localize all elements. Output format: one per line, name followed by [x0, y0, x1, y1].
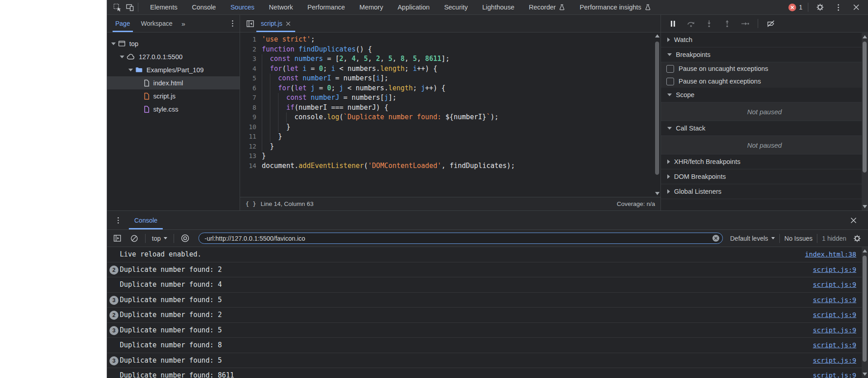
code-line[interactable]: 7 const numberJ = numbers[j]; [240, 93, 660, 103]
tree-item-127-0-0-1-5500[interactable]: 127.0.0.1:5500 [107, 50, 240, 63]
code-line[interactable]: 11 } [240, 132, 660, 142]
tree-item-examples-part-109[interactable]: Examples/Part_109 [107, 63, 240, 76]
code-line[interactable]: 12 } [240, 142, 660, 152]
line-number: 11 [240, 132, 262, 142]
source-location-link[interactable]: script.js:9 [813, 357, 856, 364]
create-live-expression-icon[interactable] [179, 233, 191, 244]
close-drawer-icon[interactable] [847, 215, 860, 226]
tab-network[interactable]: Network [262, 0, 300, 14]
code-editor[interactable]: 1'use strict';2function findDuplicates()… [240, 33, 660, 197]
tab-elements[interactable]: Elements [143, 0, 184, 14]
checkbox-pause-on-uncaught-exceptions[interactable]: Pause on uncaught exceptions [661, 62, 868, 75]
pause-script-icon[interactable] [667, 18, 678, 29]
navigator-more-options-icon[interactable] [226, 18, 239, 29]
frame-icon [118, 40, 126, 47]
tab-security[interactable]: Security [437, 0, 475, 14]
hidden-messages-counter[interactable]: 1 hidden [822, 235, 846, 242]
inspect-element-icon[interactable] [111, 1, 123, 13]
source-location-link[interactable]: index.html:38 [805, 251, 857, 258]
source-location-link[interactable]: script.js:9 [813, 327, 856, 334]
checkbox[interactable] [666, 78, 674, 85]
navigator-tab-page[interactable]: Page [110, 15, 136, 32]
close-devtools-icon[interactable] [850, 1, 863, 13]
line-number: 10 [240, 122, 262, 132]
step-into-icon[interactable] [703, 18, 714, 29]
source-location-link[interactable]: script.js:9 [813, 341, 856, 349]
code-line[interactable]: 2function findDuplicates() { [240, 45, 660, 55]
settings-gear-icon[interactable] [814, 1, 826, 13]
code-line[interactable]: 5 const numberI = numbers[i]; [240, 74, 660, 84]
section-label: DOM Breakpoints [674, 173, 726, 180]
tab-memory[interactable]: Memory [352, 0, 390, 14]
section-global-listeners[interactable]: Global Listeners [661, 184, 868, 199]
section-breakpoints[interactable]: Breakpoints [661, 47, 868, 62]
section-watch[interactable]: Watch [661, 33, 868, 47]
source-location-link[interactable]: script.js:9 [813, 296, 856, 303]
source-location-link[interactable]: script.js:9 [813, 266, 856, 273]
section-xhr-fetch-breakpoints[interactable]: XHR/fetch Breakpoints [661, 154, 868, 169]
close-tab-icon[interactable] [286, 21, 291, 26]
expander-icon[interactable] [111, 42, 116, 45]
expander-icon[interactable] [128, 69, 133, 71]
debugger-scrollbar[interactable] [862, 33, 868, 210]
javascript-context-selector[interactable]: top [150, 235, 169, 242]
show-console-sidebar-icon[interactable] [111, 233, 123, 244]
code-line[interactable]: 9 console.log(`Duplicate number found: $… [240, 112, 660, 122]
pretty-print-icon[interactable]: { } [245, 201, 256, 207]
tree-item-index-html[interactable]: index.html [107, 76, 240, 89]
checkbox-pause-on-caught-exceptions[interactable]: Pause on caught exceptions [661, 75, 868, 88]
navigator-tab-workspace[interactable]: Workspace [136, 15, 178, 32]
code-line[interactable]: 6 for(let j = 0; j < numbers.length; j++… [240, 84, 660, 93]
editor-scrollbar[interactable] [654, 33, 660, 197]
issues-counter[interactable]: No Issues [784, 235, 812, 242]
source-location-link[interactable]: script.js:9 [813, 311, 856, 318]
tab-console[interactable]: Console [184, 0, 223, 14]
tab-recorder[interactable]: Recorder [522, 0, 573, 14]
tab-performance[interactable]: Performance [300, 0, 352, 14]
clear-console-icon[interactable] [128, 233, 141, 244]
collapse-sidebar-icon[interactable] [244, 18, 256, 29]
line-number: 12 [240, 142, 262, 152]
section-scope[interactable]: Scope [661, 88, 868, 103]
tab-performance-insights[interactable]: Performance insights [572, 0, 658, 14]
editor-tab-scriptjs[interactable]: script.js [256, 15, 295, 32]
tab-application[interactable]: Application [390, 0, 437, 14]
source-location-link[interactable]: script.js:9 [813, 281, 856, 288]
code-line[interactable]: 3 const numbers = [2, 4, 5, 2, 5, 8, 5, … [240, 54, 660, 64]
code-line[interactable]: 10 } [240, 122, 660, 132]
tree-item-top[interactable]: top [107, 37, 240, 50]
step-out-icon[interactable] [722, 18, 732, 29]
code-line[interactable]: 13} [240, 151, 660, 161]
clear-filter-icon[interactable] [712, 234, 720, 242]
tab-label: Lighthouse [482, 4, 514, 11]
code-line[interactable]: 14document.addEventListener('DOMContentL… [240, 161, 660, 171]
code-line[interactable]: 4 for(let i = 0; i < numbers.length; i++… [240, 64, 660, 74]
code-line[interactable]: 1'use strict'; [240, 35, 660, 45]
code-text: if(numberI === numberJ) { [262, 103, 388, 113]
checkbox[interactable] [666, 65, 674, 73]
console-settings-gear-icon[interactable] [851, 233, 863, 244]
more-options-icon[interactable] [832, 1, 844, 13]
tree-item-style-css[interactable]: style.css [107, 103, 240, 116]
tab-lighthouse[interactable]: Lighthouse [475, 0, 522, 14]
device-toolbar-icon[interactable] [123, 1, 136, 13]
console-message-text: Duplicate number found: 5 [120, 296, 222, 304]
tree-item-script-js[interactable]: script.js [107, 89, 240, 103]
step-icon[interactable] [740, 18, 750, 29]
expander-icon[interactable] [119, 56, 125, 58]
source-location-link[interactable]: script.js:9 [813, 372, 856, 378]
console-messages[interactable]: Live reload enabled.index.html:382Duplic… [107, 247, 868, 378]
tab-sources[interactable]: Sources [223, 0, 262, 14]
log-levels-dropdown[interactable]: Default levels [730, 235, 775, 242]
error-count-badge[interactable]: 1 [788, 4, 802, 11]
deactivate-breakpoints-icon[interactable] [765, 18, 776, 29]
filter-input[interactable] [198, 233, 723, 244]
section-call-stack[interactable]: Call Stack [661, 121, 868, 136]
console-drawer-tab[interactable]: Console [128, 211, 164, 229]
code-line[interactable]: 8 if(numberI === numberJ) { [240, 103, 660, 113]
section-dom-breakpoints[interactable]: DOM Breakpoints [661, 169, 868, 184]
console-scrollbar[interactable] [862, 247, 868, 378]
step-over-icon[interactable] [685, 18, 696, 29]
drawer-more-options-icon[interactable] [112, 215, 124, 226]
more-tabs-chevron-icon[interactable]: » [178, 20, 189, 28]
